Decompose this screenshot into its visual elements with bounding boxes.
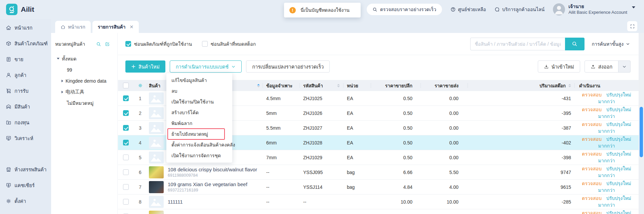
category-search-icon[interactable]: [96, 42, 101, 47]
batch-operation-button[interactable]: การดำเนินการแบบแบตช์: [170, 60, 242, 73]
check-link[interactable]: ตรวจสอบ: [582, 166, 602, 172]
sort-product[interactable]: [257, 84, 260, 87]
refresh-link[interactable]: ปรับปรุงใหม่: [606, 195, 631, 202]
sales-clipboard-icon: [6, 56, 11, 62]
new-product-button[interactable]: สินค้าใหม่: [125, 60, 165, 73]
more-link[interactable]: มากกว่า: [598, 172, 615, 179]
row-checkbox[interactable]: [123, 95, 129, 101]
refresh-link[interactable]: ปรับปรุงใหม่: [606, 106, 631, 113]
check-link[interactable]: ตรวจสอบ: [582, 106, 602, 113]
hide-disabled-label: ซ่อนผลิตภัณฑ์ที่ถูกปิดใช้งาน: [134, 40, 192, 48]
sidebar-item-store[interactable]: ห้างสรรพสินค้า: [0, 162, 51, 177]
category-item[interactable]: ทั้งหมด: [51, 53, 117, 64]
refresh-link[interactable]: ปรับปรุงใหม่: [606, 166, 631, 172]
toolbar-row: สินค้าใหม่ การดำเนินการแบบแบตช์ การเปลี่…: [118, 55, 644, 73]
operations-cell: ตรวจสอบปรับปรุงใหม่มากกว่า: [574, 209, 639, 214]
more-link[interactable]: มากกว่า: [598, 128, 615, 135]
refresh-link[interactable]: ปรับปรุงใหม่: [606, 151, 631, 158]
tab-product-list[interactable]: รายการสินค้า ✕: [92, 21, 139, 33]
online-service-link[interactable]: บริการลูกค้าออนไลน์: [494, 6, 545, 13]
sort-stock[interactable]: [568, 84, 571, 87]
expand-button[interactable]: [627, 21, 637, 31]
batch-menu-item[interactable]: เปิดใช้งาน/ปิดใช้งาน: [166, 96, 232, 107]
batch-menu-item[interactable]: แก้ไขข้อมูลสินค้า: [166, 75, 232, 86]
sidebar-item-funds[interactable]: กองทุน: [0, 115, 51, 130]
batch-menu-item-highlighted[interactable]: ย้ายไปยังหมวดหมู่: [166, 129, 232, 139]
vertical-scrollbar[interactable]: [639, 33, 644, 214]
hide-out-of-stock-filter[interactable]: ซ่อนสินค้าที่หมดสต็อก: [202, 40, 256, 48]
more-link[interactable]: มากกว่า: [598, 158, 615, 164]
hide-disabled-checkbox[interactable]: [125, 41, 131, 47]
row-checkbox[interactable]: [123, 140, 129, 145]
refresh-link[interactable]: ปรับปรุงใหม่: [606, 121, 631, 128]
sidebar-item-inventory[interactable]: มีสินค้า: [0, 99, 51, 115]
row-checkbox[interactable]: [123, 199, 129, 205]
category-item[interactable]: Kingdee demo data: [51, 75, 117, 86]
batch-menu-item[interactable]: สร้างบาร์โค้ด: [166, 107, 232, 118]
refresh-link[interactable]: ปรับปรุงใหม่: [606, 210, 631, 214]
product-search-input[interactable]: [470, 38, 565, 50]
row-checkbox[interactable]: [123, 169, 129, 175]
refresh-link[interactable]: ปรับปรุงใหม่: [606, 180, 631, 187]
chevron-down-icon: [57, 58, 59, 59]
batch-menu-item[interactable]: ลบ: [166, 86, 232, 96]
select-all-checkbox[interactable]: [123, 83, 129, 88]
check-link[interactable]: ตรวจสอบ: [582, 195, 602, 202]
category-edit-icon[interactable]: [105, 42, 110, 47]
category-item[interactable]: ไม่มีหมวดหมู่: [51, 97, 117, 109]
check-link[interactable]: ตรวจสอบ: [582, 121, 602, 128]
check-link[interactable]: ตรวจสอบ: [582, 210, 602, 214]
row-checkbox[interactable]: [123, 155, 129, 160]
check-link[interactable]: ตรวจสอบ: [582, 92, 602, 98]
col-wholesale-price: ราคาขายส่ง: [435, 82, 458, 89]
sidebar-item-home[interactable]: หน้าแรก: [0, 20, 51, 36]
more-link[interactable]: มากกว่า: [598, 202, 615, 209]
sidebar-item-settings[interactable]: ตั้งค่า: [0, 193, 51, 209]
check-link[interactable]: ตรวจสอบ: [582, 136, 602, 143]
operations-cell: ตรวจสอบปรับปรุงใหม่มากกว่า: [574, 91, 639, 105]
sidebar-item-sales[interactable]: ขาย: [0, 51, 51, 67]
spec-cell: 4.5mm: [263, 91, 299, 105]
hide-disabled-filter[interactable]: ซ่อนผลิตภัณฑ์ที่ถูกปิดใช้งาน: [125, 40, 192, 48]
col-stock: ปริมาณสต๊อก: [539, 82, 566, 89]
more-link[interactable]: มากกว่า: [598, 113, 615, 120]
row-checkbox[interactable]: [123, 184, 129, 190]
more-link[interactable]: มากกว่า: [598, 98, 615, 105]
user-menu[interactable]: เจ้านาย Ailit Basic Experience Account: [553, 3, 635, 15]
export-button[interactable]: ส่งออก: [585, 60, 618, 73]
hide-out-of-stock-checkbox[interactable]: [202, 41, 208, 47]
quick-price-check-search[interactable]: ตรวจสอบราคาอย่างรวดเร็ว: [367, 4, 442, 15]
search-button[interactable]: [565, 38, 585, 50]
tab-home[interactable]: หน้าแรก: [55, 21, 91, 33]
check-link[interactable]: ตรวจสอบ: [582, 151, 602, 158]
check-link[interactable]: ตรวจสอบ: [582, 180, 602, 187]
sidebar-item-customers[interactable]: ลูกค้า: [0, 67, 51, 83]
sidebar-item-receiving[interactable]: การรับ: [0, 83, 51, 99]
scrollbar-thumb[interactable]: [640, 107, 643, 157]
import-button[interactable]: นำเข้าใหม่: [538, 60, 580, 73]
sort-code[interactable]: [337, 84, 340, 87]
category-item-label: ทั้งหมด: [62, 55, 77, 62]
category-item[interactable]: 电动工具: [51, 86, 117, 97]
batch-menu-item[interactable]: ตั้งค่าการแจ้งเตือนสินค้าคงคลัง: [166, 139, 232, 150]
close-icon[interactable]: ✕: [129, 24, 133, 30]
batch-menu-item[interactable]: พิมพ์ฉลาก: [166, 118, 232, 129]
sidebar-item-products[interactable]: สินค้าโภคภัณฑ์: [0, 36, 51, 51]
batch-menu-item[interactable]: เปิดใช้งานการจัดการชุด: [166, 150, 232, 161]
refresh-link[interactable]: ปรับปรุงใหม่: [606, 92, 631, 98]
row-checkbox[interactable]: [123, 110, 129, 116]
help-center-link[interactable]: ศูนย์ช่วยเหลือ: [450, 6, 486, 13]
sidebar-item-cashier[interactable]: แคชเชียร์: [0, 177, 51, 193]
quick-price-change-button[interactable]: การเปลี่ยนแปลงราคาอย่างรวดเร็ว: [246, 60, 330, 73]
export-more-button[interactable]: [618, 60, 631, 73]
more-link[interactable]: มากกว่า: [598, 187, 615, 194]
advanced-search-toggle[interactable]: การค้นหาขั้นสูง: [592, 40, 630, 48]
sidebar-item-analytics[interactable]: วิเคราะห์: [0, 130, 51, 146]
cashier-pos-icon: [6, 182, 11, 188]
category-item[interactable]: 99: [51, 64, 117, 75]
refresh-link[interactable]: ปรับปรุงใหม่: [606, 136, 631, 143]
more-link[interactable]: มากกว่า: [598, 143, 615, 149]
row-checkbox[interactable]: [123, 125, 129, 131]
column-settings-gear-icon[interactable]: [138, 83, 143, 88]
content: หมวดหมู่สินค้า ทั้งหมด99Kingdee demo dat…: [51, 33, 644, 214]
